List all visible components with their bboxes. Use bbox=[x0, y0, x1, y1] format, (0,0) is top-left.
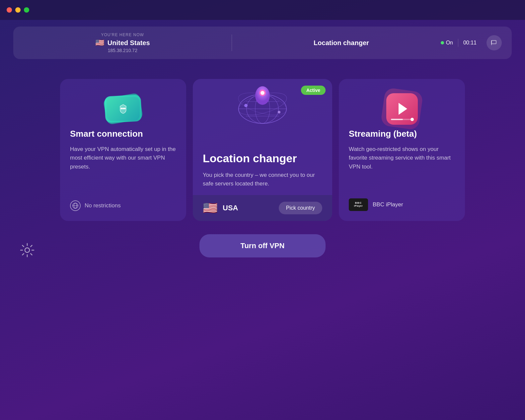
tool-label: Location changer bbox=[314, 39, 369, 47]
country-flag: 🇺🇸 bbox=[95, 38, 104, 47]
smart-connection-icon-area bbox=[70, 89, 176, 125]
svg-rect-0 bbox=[491, 40, 496, 44]
selected-country-flag: 🇺🇸 bbox=[203, 201, 218, 215]
active-badge: Active bbox=[301, 86, 326, 95]
country-selector[interactable]: 🇺🇸 USA Pick country bbox=[193, 195, 332, 221]
streaming-icon bbox=[382, 92, 422, 125]
streaming-service: BBC iPlayer BBC iPlayer bbox=[349, 198, 455, 211]
connection-timer: 00:11 bbox=[463, 40, 477, 46]
svg-point-3 bbox=[122, 108, 124, 109]
smart-connection-title: Smart connection bbox=[70, 129, 176, 139]
smart-connection-desc: Have your VPN automatically set up in th… bbox=[70, 145, 176, 194]
status-divider bbox=[458, 39, 458, 47]
svg-point-22 bbox=[25, 248, 30, 252]
status-indicator: On bbox=[441, 40, 453, 46]
pick-country-button[interactable]: Pick country bbox=[279, 202, 322, 214]
svg-point-14 bbox=[244, 104, 248, 107]
close-button[interactable] bbox=[7, 7, 12, 13]
streaming-card[interactable]: Streaming (beta) Watch geo-restricted sh… bbox=[339, 79, 465, 221]
header-divider-left bbox=[232, 35, 232, 51]
location-info: YOU'RE HERE NOW 🇺🇸 United States 185.38.… bbox=[23, 33, 222, 53]
streaming-footer: BBC iPlayer BBC iPlayer bbox=[349, 192, 455, 211]
header-flag-button[interactable] bbox=[487, 35, 502, 50]
status-section: On 00:11 bbox=[441, 35, 502, 50]
status-dot bbox=[441, 41, 444, 44]
status-label: On bbox=[446, 40, 453, 46]
bbc-logo: BBC iPlayer bbox=[349, 198, 368, 211]
smart-connection-icon bbox=[102, 92, 145, 125]
service-name: BBC iPlayer bbox=[373, 201, 403, 208]
streaming-desc: Watch geo-restricted shows on your favor… bbox=[349, 145, 455, 192]
minimize-button[interactable] bbox=[15, 7, 21, 13]
svg-point-15 bbox=[278, 111, 280, 113]
smart-connection-footer: No restrictions bbox=[70, 194, 176, 211]
country-name: United States bbox=[108, 39, 150, 47]
header-bar: YOU'RE HERE NOW 🇺🇸 United States 185.38.… bbox=[13, 27, 512, 59]
title-bar bbox=[0, 0, 525, 20]
turn-off-vpn-button[interactable]: Turn off VPN bbox=[199, 234, 326, 257]
smart-connection-card[interactable]: Smart connection Have your VPN automatic… bbox=[60, 79, 186, 221]
country-display: 🇺🇸 United States bbox=[95, 38, 150, 47]
progress-bar bbox=[391, 119, 413, 120]
svg-point-2 bbox=[121, 108, 122, 109]
settings-icon[interactable] bbox=[20, 243, 35, 257]
bottom-area: Turn off VPN bbox=[0, 228, 525, 267]
location-changer-card[interactable]: Active bbox=[193, 79, 332, 221]
streaming-icon-area bbox=[349, 89, 455, 125]
cards-container: Smart connection Have your VPN automatic… bbox=[0, 66, 525, 228]
no-restrictions-label: No restrictions bbox=[70, 200, 176, 211]
tool-section: Location changer bbox=[242, 39, 440, 47]
maximize-button[interactable] bbox=[24, 7, 29, 13]
location-changer-title: Location changer bbox=[203, 152, 322, 165]
ip-address: 185.38.210.72 bbox=[108, 48, 137, 53]
no-restrictions-text: No restrictions bbox=[85, 202, 121, 209]
streaming-title: Streaming (beta) bbox=[349, 129, 455, 139]
play-icon bbox=[399, 103, 407, 115]
svg-point-21 bbox=[261, 91, 264, 95]
selected-country-name: USA bbox=[223, 204, 274, 212]
here-now-label: YOU'RE HERE NOW bbox=[101, 33, 144, 37]
location-changer-desc: You pick the country – we connect you to… bbox=[203, 171, 322, 188]
location-changer-content: Location changer You pick the country – … bbox=[193, 142, 332, 195]
svg-point-4 bbox=[124, 108, 126, 109]
globe-icon bbox=[70, 200, 81, 211]
